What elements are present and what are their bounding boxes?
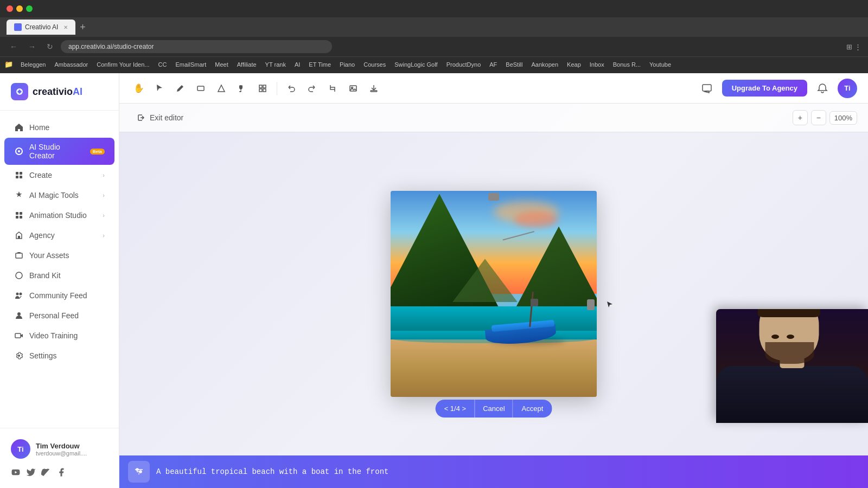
canvas-area: < 1/4 > Cancel Accept [119,132,868,455]
bookmark-ettime[interactable]: ET Time [305,60,334,69]
tool-redo[interactable] [303,80,321,97]
zoom-out-button[interactable]: − [811,110,826,125]
svg-point-2 [18,150,20,152]
beta-badge: Beta [90,149,105,155]
image-nav-button[interactable]: < 1/4 > [436,400,475,418]
tab-close-icon[interactable]: ✕ [63,24,68,30]
bookmark-productdyno[interactable]: ProductDyno [443,60,484,69]
reload-btn[interactable]: ↻ [43,41,56,52]
eye-left [771,335,779,339]
bookmark-youtube[interactable]: Youtube [646,60,674,69]
tab-bar: Creativio AI ✕ + [0,17,868,37]
upgrade-to-agency-button[interactable]: Upgrade To Agency [722,80,807,97]
svg-rect-7 [16,212,18,215]
tool-undo[interactable] [283,80,300,97]
canvas-image[interactable] [391,191,597,397]
accept-button[interactable]: Accept [513,400,552,418]
sidebar-item-animation[interactable]: Animation Studio › [4,206,114,225]
prompt-bar [119,455,868,488]
bookmark-affiliate[interactable]: Affiliate [234,60,260,69]
svg-point-25 [139,471,142,473]
tool-shape[interactable] [213,80,230,97]
selection-handle-right[interactable] [587,299,595,310]
social-icons [7,463,112,481]
facebook-icon[interactable] [56,467,66,477]
user-details: Tim Verdouw tverdouw@gmail.... [36,442,108,457]
tool-image[interactable] [344,80,362,97]
bookmark-inbox[interactable]: Inbox [586,60,608,69]
bookmark-swinglogic[interactable]: SwingLogic Golf [391,60,441,69]
chevron-agency-icon: › [103,232,105,239]
chevron-magic-icon: › [103,192,105,198]
sidebar-item-brand-kit[interactable]: Brand Kit [4,266,114,285]
bookmark-aankopen[interactable]: Aankopen [528,60,562,69]
browser-chrome: Creativio AI ✕ + ← → ↻ ⊞ ⋮ 📁 Beleggen Am… [0,0,868,73]
bookmarks-icon: 📁 [4,60,13,68]
bookmark-confirm[interactable]: Confirm Your Iden... [93,60,152,69]
tool-pattern[interactable] [254,80,271,97]
youtube-icon[interactable] [11,467,21,477]
chat-button[interactable] [698,80,716,97]
zoom-controls: + − 100% [793,110,857,125]
sidebar-label-brand-kit: Brand Kit [29,271,61,280]
close-window-btn[interactable] [7,5,13,12]
sidebar-item-ai-studio[interactable]: AI Studio Creator Beta [4,138,114,165]
minimize-window-btn[interactable] [16,5,23,12]
sidebar-item-home[interactable]: Home [4,118,114,137]
cursor [606,300,615,309]
sidebar-item-your-assets[interactable]: Your Assets [4,246,114,265]
tool-pen[interactable] [171,80,189,97]
sidebar-item-personal-feed[interactable]: Personal Feed [4,306,114,325]
tool-rectangle[interactable] [192,80,209,97]
bookmark-piano[interactable]: Piano [336,60,358,69]
image-controls: < 1/4 > Cancel Accept [436,400,552,418]
notifications-button[interactable] [814,80,831,97]
zoom-in-button[interactable]: + [793,110,808,125]
tool-select[interactable] [151,80,168,97]
svg-rect-12 [16,253,22,258]
tool-crop[interactable] [324,80,341,97]
tool-download[interactable] [365,80,382,97]
bookmark-af[interactable]: AF [486,60,500,69]
bookmark-ytrank[interactable]: YT rank [262,60,289,69]
bookmark-bonus[interactable]: Bonus R... [610,60,644,69]
sidebar-item-create[interactable]: Create › [4,165,114,185]
sidebar-item-community-feed[interactable]: Community Feed [4,286,114,305]
maximize-window-btn[interactable] [26,5,33,12]
selection-handle-top[interactable] [488,193,499,201]
tool-hand[interactable]: ✋ [130,80,148,97]
tool-fill[interactable] [233,80,251,97]
exit-editor-button[interactable]: Exit editor [130,110,190,125]
back-btn[interactable]: ← [7,41,21,52]
new-tab-btn[interactable]: + [80,22,86,33]
exit-editor-label: Exit editor [150,113,183,122]
forward-btn[interactable]: → [25,41,39,52]
bookmark-beleggen[interactable]: Beleggen [17,60,49,69]
user-name: Tim Verdouw [36,442,108,450]
editor-header: Exit editor + − 100% [119,104,868,132]
sidebar-item-video-training[interactable]: Video Training [4,326,114,345]
profile-button[interactable]: Ti [838,79,857,98]
sidebar-item-settings[interactable]: Settings [4,346,114,365]
twitter-icon[interactable] [26,467,36,477]
bookmark-cc[interactable]: CC [155,60,170,69]
prompt-settings-button[interactable] [128,461,150,483]
logo-area: creativioAI [0,73,119,111]
bookmark-keap[interactable]: Keap [564,60,584,69]
sidebar-label-personal-feed: Personal Feed [29,311,79,320]
bookmark-courses[interactable]: Courses [360,60,389,69]
prompt-input[interactable] [156,467,859,476]
bookmark-meet[interactable]: Meet [212,60,231,69]
bookmark-ambassador[interactable]: Ambassador [52,60,92,69]
bookmark-ai[interactable]: AI [291,60,303,69]
main-content: ✋ [119,73,868,488]
active-tab[interactable]: Creativio AI ✕ [7,20,75,35]
bookmark-bestill[interactable]: BeStill [502,60,526,69]
bookmark-emailsmart[interactable]: EmailSmart [172,60,209,69]
discord-icon[interactable] [41,467,51,477]
toolbar-divider [277,82,277,95]
cancel-button[interactable]: Cancel [475,400,512,418]
sidebar-item-ai-magic[interactable]: AI Magic Tools › [4,185,114,205]
sidebar-item-agency[interactable]: Agency › [4,226,114,245]
url-input[interactable] [61,40,332,53]
